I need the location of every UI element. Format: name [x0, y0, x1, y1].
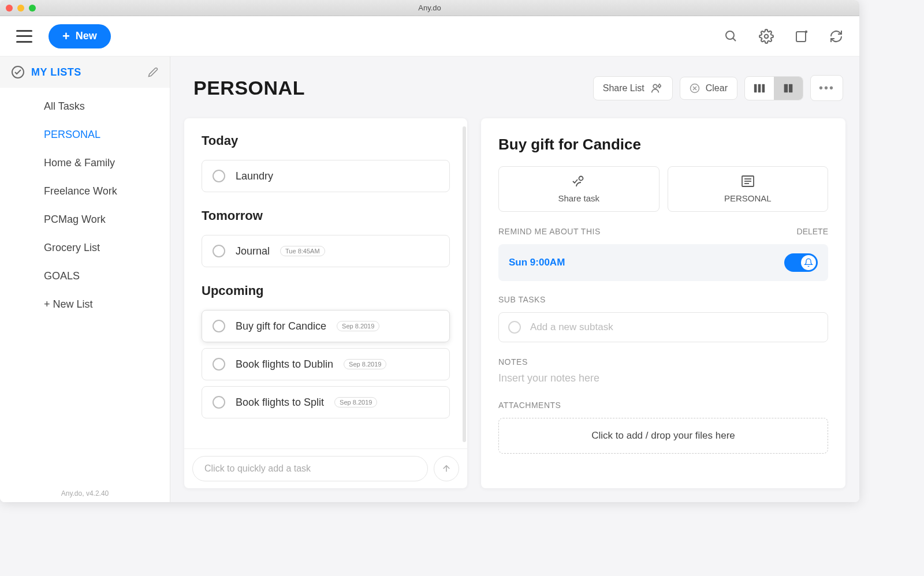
titlebar: Any.do — [0, 0, 859, 16]
hamburger-icon[interactable] — [16, 30, 32, 43]
task-name: Laundry — [236, 170, 273, 182]
sidebar-item-grocery[interactable]: Grocery List — [0, 234, 170, 262]
list-card[interactable]: PERSONAL — [668, 166, 829, 212]
subtask-checkbox[interactable] — [508, 321, 521, 334]
attachments-label: ATTACHMENTS — [498, 401, 828, 410]
svg-rect-12 — [754, 84, 757, 92]
sidebar-footer: Any.do, v4.2.40 — [0, 489, 170, 498]
sidebar: MY LISTS All Tasks PERSONAL Home & Famil… — [0, 57, 170, 502]
new-button-label: New — [76, 30, 97, 42]
notes-label: NOTES — [498, 357, 828, 366]
subtask-input[interactable] — [530, 321, 818, 333]
clear-label: Clear — [706, 83, 728, 93]
edit-icon[interactable] — [148, 67, 158, 77]
settings-icon[interactable] — [759, 29, 774, 44]
task-name: Buy gift for Candice — [236, 320, 326, 332]
task-item[interactable]: Buy gift for Candice Sep 8.2019 — [202, 310, 450, 342]
task-checkbox[interactable] — [213, 245, 225, 257]
x-circle-icon — [690, 83, 700, 93]
task-item[interactable]: Laundry — [202, 160, 450, 192]
svg-rect-3 — [796, 32, 806, 42]
view-three-col[interactable] — [745, 77, 774, 100]
task-date: Sep 8.2019 — [334, 397, 377, 407]
detail-panel: Buy gift for Candice Share task — [481, 118, 845, 488]
svg-point-6 — [658, 84, 661, 87]
share-list-label: Share List — [603, 83, 644, 93]
view-toggle — [744, 76, 803, 100]
reminder-toggle[interactable] — [784, 253, 818, 272]
task-date: Sep 8.2019 — [344, 359, 386, 369]
task-checkbox[interactable] — [213, 170, 225, 182]
task-item[interactable]: Book flights to Dublin Sep 8.2019 — [202, 348, 450, 380]
window-minimize[interactable] — [17, 5, 24, 12]
svg-point-0 — [726, 31, 734, 39]
list-icon — [741, 175, 755, 188]
page-title: PERSONAL — [193, 77, 305, 99]
bell-icon — [804, 258, 813, 267]
window-maximize[interactable] — [29, 5, 36, 12]
sidebar-item-personal[interactable]: PERSONAL — [0, 121, 170, 149]
svg-rect-16 — [789, 84, 792, 92]
subtask-input-row[interactable] — [498, 312, 828, 342]
svg-point-5 — [653, 84, 657, 88]
scrollbar[interactable] — [463, 126, 466, 442]
main-area: PERSONAL Share List Clear — [170, 57, 859, 502]
attachments-dropzone[interactable]: Click to add / drop your files here — [498, 418, 828, 454]
sidebar-title: MY LISTS — [31, 66, 141, 78]
task-name: Journal — [236, 245, 270, 257]
sidebar-item-all-tasks[interactable]: All Tasks — [0, 92, 170, 121]
share-list-button[interactable]: Share List — [593, 76, 673, 100]
plus-icon: + — [62, 30, 70, 43]
svg-rect-13 — [758, 84, 761, 92]
window-close[interactable] — [6, 5, 13, 12]
task-date: Sep 8.2019 — [337, 321, 379, 331]
remind-label: REMIND ME ABOUT THIS — [498, 227, 601, 236]
section-title-tomorrow: Tomorrow — [202, 208, 450, 223]
share-task-label: Share task — [558, 193, 599, 203]
widget-icon[interactable] — [795, 29, 808, 43]
reminder-box[interactable]: Sun 9:00AM — [498, 244, 828, 281]
view-two-col[interactable] — [774, 77, 803, 100]
sidebar-item-pcmag[interactable]: PCMag Work — [0, 205, 170, 234]
sync-icon[interactable] — [829, 29, 843, 43]
tasks-panel: Today Laundry Tomorrow Journal T — [184, 118, 467, 488]
reminder-time: Sun 9:00AM — [509, 257, 565, 268]
sidebar-item-home-family[interactable]: Home & Family — [0, 149, 170, 177]
submit-task-button[interactable] — [434, 456, 459, 481]
people-icon — [650, 83, 663, 94]
svg-line-1 — [733, 38, 736, 41]
sidebar-item-freelance[interactable]: Freelance Work — [0, 177, 170, 205]
list-card-label: PERSONAL — [724, 193, 772, 203]
delete-button[interactable]: DELETE — [797, 227, 828, 236]
more-options-button[interactable]: ••• — [810, 75, 843, 101]
clear-button[interactable]: Clear — [680, 77, 737, 100]
window-title: Any.do — [0, 3, 859, 12]
svg-point-2 — [765, 34, 769, 38]
task-date: Tue 8:45AM — [280, 246, 325, 256]
section-title-upcoming: Upcoming — [202, 283, 450, 298]
detail-title: Buy gift for Candice — [498, 136, 828, 154]
new-button[interactable]: + New — [49, 24, 111, 48]
subtasks-label: SUB TASKS — [498, 295, 828, 304]
task-checkbox[interactable] — [213, 358, 225, 371]
task-name: Book flights to Dublin — [236, 358, 333, 371]
share-task-card[interactable]: Share task — [498, 166, 660, 212]
task-checkbox[interactable] — [213, 396, 225, 409]
quick-add-input[interactable] — [192, 456, 428, 481]
share-icon — [571, 175, 586, 188]
svg-rect-14 — [762, 84, 765, 92]
notes-input[interactable]: Insert your notes here — [498, 372, 828, 384]
sidebar-new-list[interactable]: + New List — [0, 290, 170, 319]
task-checkbox[interactable] — [213, 320, 225, 332]
sidebar-item-goals[interactable]: GOALS — [0, 262, 170, 290]
task-item[interactable]: Journal Tue 8:45AM — [202, 235, 450, 267]
search-icon[interactable] — [724, 29, 738, 43]
check-circle-icon — [12, 66, 24, 78]
task-name: Book flights to Split — [236, 397, 324, 409]
svg-rect-15 — [784, 84, 788, 92]
toolbar: + New — [0, 16, 859, 57]
svg-point-18 — [579, 177, 583, 181]
svg-point-4 — [805, 30, 807, 32]
task-item[interactable]: Book flights to Split Sep 8.2019 — [202, 386, 450, 418]
section-title-today: Today — [202, 133, 450, 148]
